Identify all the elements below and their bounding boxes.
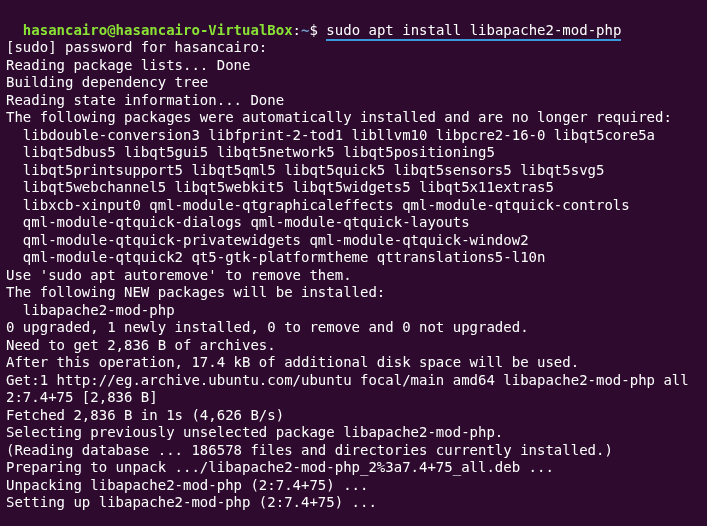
output-indent: qml-module-qtquick-dialogs qml-module-qt… [6,214,701,232]
output-line: Reading state information... Done [6,92,701,110]
output-line: Preparing to unpack .../libapache2-mod-p… [6,459,701,477]
output-line: qml-module-qtquick-dialogs qml-module-qt… [6,214,701,232]
output-line: libqt5printsupport5 libqt5qml5 libqt5qui… [6,162,701,180]
output-line: (Reading database ... 186578 files and d… [6,442,701,460]
output-indent: qml-module-qtquick2 qt5-gtk-platformthem… [6,249,701,267]
output-indent: libdouble-conversion3 libfprint-2-tod1 l… [6,127,701,145]
prompt-host: hasancairo-VirtualBox [116,22,293,38]
output-line: The following packages were automaticall… [6,109,701,127]
output-line: libdouble-conversion3 libfprint-2-tod1 l… [6,127,701,145]
prompt-dollar: $ [309,22,326,38]
prompt-user: hasancairo [23,22,107,38]
output-indent: qml-module-qtquick-privatewidgets qml-mo… [6,232,701,250]
output-line: Need to get 2,836 B of archives. [6,337,701,355]
output-line: The following NEW packages will be insta… [6,284,701,302]
output-line: qml-module-qtquick2 qt5-gtk-platformthem… [6,249,701,267]
output-line: [sudo] password for hasancairo: [6,39,701,57]
output-line: Use 'sudo apt autoremove' to remove them… [6,267,701,285]
output-line: Building dependency tree [6,74,701,92]
prompt-at: @ [107,22,115,38]
output-line: 0 upgraded, 1 newly installed, 0 to remo… [6,319,701,337]
output-indent: libxcb-xinput0 qml-module-qtgraphicaleff… [6,197,701,215]
output-line: Get:1 http://eg.archive.ubuntu.com/ubunt… [6,372,701,407]
output-line: libxcb-xinput0 qml-module-qtgraphicaleff… [6,197,701,215]
output-line: libapache2-mod-php [6,302,701,320]
output-line: Setting up libapache2-mod-php (2:7.4+75)… [6,494,701,512]
output-line: After this operation, 17.4 kB of additio… [6,354,701,372]
command-text: sudo apt install libapache2-mod-php [326,22,621,41]
prompt-line-2[interactable]: hasancairo@hasancairo-VirtualBox:~$ [6,512,701,527]
output-line: libqt5dbus5 libqt5gui5 libqt5network5 li… [6,144,701,162]
prompt-colon: : [293,22,301,38]
output-indent: libqt5webchannel5 libqt5webkit5 libqt5wi… [6,179,701,197]
output-line: libqt5webchannel5 libqt5webkit5 libqt5wi… [6,179,701,197]
output-indent: libapache2-mod-php [6,302,701,320]
output-line: Unpacking libapache2-mod-php (2:7.4+75) … [6,477,701,495]
output-line: Selecting previously unselected package … [6,424,701,442]
output-line: Reading package lists... Done [6,57,701,75]
prompt-line-1[interactable]: hasancairo@hasancairo-VirtualBox:~$ sudo… [6,4,701,39]
output-indent: libqt5printsupport5 libqt5qml5 libqt5qui… [6,162,701,180]
output-line: Fetched 2,836 B in 1s (4,626 B/s) [6,407,701,425]
output-line: qml-module-qtquick-privatewidgets qml-mo… [6,232,701,250]
output-indent: libqt5dbus5 libqt5gui5 libqt5network5 li… [6,144,701,162]
